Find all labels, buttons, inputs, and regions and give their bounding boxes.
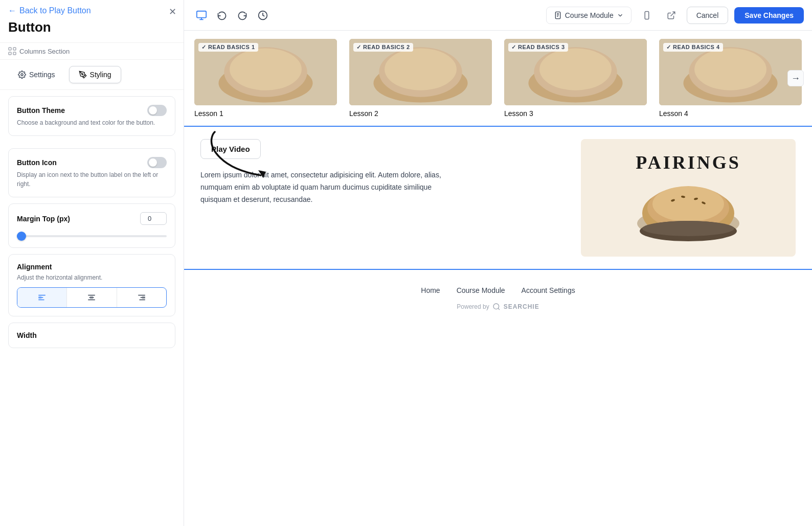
lesson-thumb-2: ✓ READ BASICS 2 [349,39,492,105]
lesson-badge-3: ✓ READ BASICS 3 [508,43,568,52]
align-left-button[interactable] [17,288,67,307]
canvas: ✓ READ BASICS 1 Lesson 1 ✓ [184,31,812,526]
lesson-thumb-1: ✓ READ BASICS 1 [194,39,337,105]
back-to-play-button-link[interactable]: ← Back to Play Button [8,6,175,15]
tabs-container: Settings Styling [0,60,184,90]
mobile-view-button[interactable] [638,6,656,25]
powered-by: Powered by SEARCHIE [194,303,802,311]
desktop-view-button[interactable] [192,6,211,25]
width-section: Width [8,323,175,348]
footer-link-course-module[interactable]: Course Module [457,286,505,294]
lesson-card-4[interactable]: ✓ READ BASICS 4 Lesson 4 [659,39,802,118]
lesson-badge-4: ✓ READ BASICS 4 [663,43,723,52]
button-theme-card: Button Theme Choose a background and tex… [8,96,175,136]
powered-by-text: Powered by [457,303,489,310]
tab-settings[interactable]: Settings [8,66,65,83]
width-label: Width [17,331,167,339]
svg-point-45 [652,186,724,222]
svg-point-5 [82,74,83,75]
play-right: PAIRINGS [581,139,796,257]
undo-icon [217,10,227,20]
play-video-button[interactable]: Play Video [200,139,261,159]
tab-styling-label: Styling [90,71,111,79]
lorem-text: Lorem ipsum dolor sit amet, consectetur … [200,169,446,205]
align-right-icon [137,293,146,302]
button-theme-desc: Choose a background and text color for t… [17,118,167,127]
svg-rect-1 [13,48,16,50]
svg-rect-17 [142,296,145,299]
lesson-badge-2: ✓ READ BASICS 2 [353,43,413,52]
align-right-button[interactable] [117,288,166,307]
button-icon-toggle[interactable] [147,157,167,168]
course-module-icon [554,11,562,19]
external-link-button[interactable] [662,6,681,25]
button-icon-desc: Display an icon next to the button label… [17,170,167,189]
play-btn-wrapper: Play Video [200,139,565,159]
margin-top-input[interactable] [140,212,167,225]
lesson-card-3[interactable]: ✓ READ BASICS 3 Lesson 3 [504,39,647,118]
lesson-badge-1: ✓ READ BASICS 1 [198,43,258,52]
align-center-button[interactable] [67,288,117,307]
footer-link-account-settings[interactable]: Account Settings [522,286,575,294]
history-icon [258,10,268,20]
margin-top-label: Margin Top (px) [17,215,70,223]
svg-rect-13 [90,296,93,299]
next-arrow-button[interactable]: → [787,70,804,86]
svg-rect-18 [197,11,206,17]
alignment-section: Alignment Adjust the horizontal alignmen… [8,254,175,316]
close-button[interactable]: ✕ [169,6,176,17]
course-module-button[interactable]: Course Module [546,7,631,24]
align-left-icon [37,293,47,302]
breadcrumb-label: Columns Section [19,48,70,55]
svg-rect-3 [13,52,16,55]
button-icon-header: Button Icon [17,157,167,168]
pairings-card: PAIRINGS [581,139,796,257]
right-content: Course Module Cancel Save Changes [184,0,812,526]
lesson-title-2: Lesson 2 [349,109,492,118]
tab-settings-label: Settings [29,71,55,79]
pairings-food-image [632,177,745,244]
button-theme-toggle[interactable] [147,105,167,116]
breadcrumb: Columns Section [0,43,184,60]
svg-point-40 [694,48,766,90]
svg-rect-0 [9,48,11,50]
button-theme-header: Button Theme [17,105,167,116]
panel-title: Button [8,19,175,35]
cancel-button[interactable]: Cancel [687,7,729,24]
lesson-card-1[interactable]: ✓ READ BASICS 1 Lesson 1 [194,39,337,118]
button-theme-label: Button Theme [17,106,65,115]
top-bar: Course Module Cancel Save Changes [184,0,812,31]
svg-point-37 [539,48,612,90]
toolbar-icons [192,6,272,25]
mobile-icon [642,11,651,20]
alignment-label: Alignment [17,263,167,271]
svg-rect-26 [645,11,649,19]
panel-header: ← Back to Play Button ✕ Button [0,0,184,43]
lesson-title-3: Lesson 3 [504,109,647,118]
back-arrow-icon: ← [8,6,16,15]
redo-button[interactable] [233,6,252,25]
alignment-desc: Adjust the horizontal alignment. [17,273,167,282]
course-module-label: Course Module [565,11,614,19]
tab-styling[interactable]: Styling [69,66,121,83]
svg-point-51 [642,221,734,236]
undo-button[interactable] [213,6,231,25]
svg-point-31 [230,48,302,90]
lesson-card-2[interactable]: ✓ READ BASICS 2 Lesson 2 [349,39,492,118]
play-video-section-wrapper: Play Video Lorem ipsum dolor sit amet, c… [184,127,812,270]
save-changes-button[interactable]: Save Changes [734,7,804,24]
play-section: Play Video Lorem ipsum dolor sit amet, c… [184,127,812,270]
gear-icon [18,71,26,79]
margin-top-section: Margin Top (px) [8,203,175,248]
svg-point-4 [21,74,23,76]
footer-nav: Home Course Module Account Settings [194,286,802,294]
footer-link-home[interactable]: Home [421,286,440,294]
lessons-row: ✓ READ BASICS 1 Lesson 1 ✓ [184,31,812,127]
margin-top-slider[interactable] [17,235,167,237]
history-button[interactable] [254,6,272,25]
svg-line-28 [670,12,674,16]
searchie-brand: SEARCHIE [504,303,539,310]
chevron-down-icon [617,12,624,19]
lesson-thumb-3: ✓ READ BASICS 3 [504,39,647,105]
svg-rect-2 [9,52,11,55]
